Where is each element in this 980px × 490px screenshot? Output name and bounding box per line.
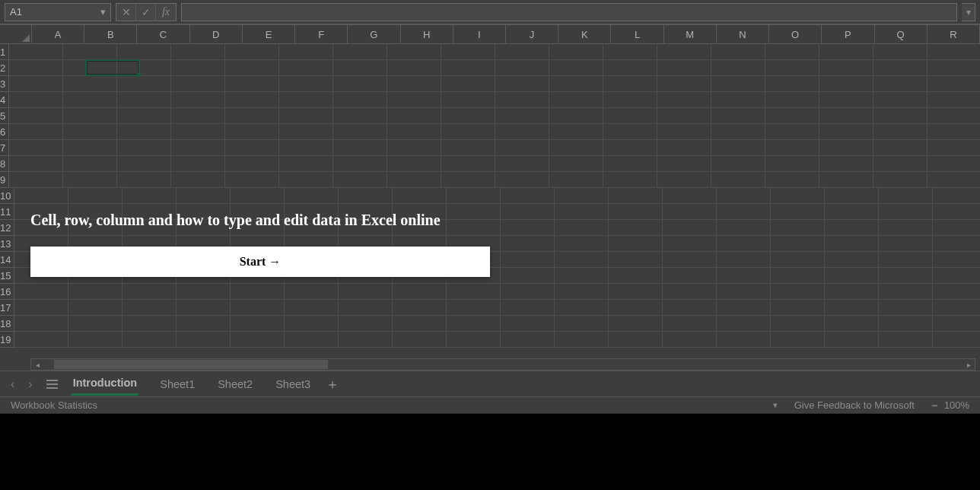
cell[interactable] — [171, 76, 225, 92]
column-header[interactable]: A — [32, 25, 84, 43]
cell[interactable] — [495, 140, 549, 156]
cell[interactable] — [555, 332, 609, 348]
cell[interactable] — [177, 188, 231, 204]
cell[interactable] — [819, 172, 873, 188]
cell[interactable] — [441, 124, 495, 140]
cell[interactable] — [825, 332, 879, 348]
cell[interactable] — [387, 108, 441, 124]
cell[interactable] — [657, 108, 711, 124]
cell[interactable] — [663, 204, 717, 220]
cell[interactable] — [117, 108, 171, 124]
cell[interactable] — [441, 108, 495, 124]
cell[interactable] — [549, 140, 603, 156]
column-header[interactable]: D — [190, 25, 243, 43]
cell[interactable] — [711, 140, 765, 156]
cell[interactable] — [333, 108, 387, 124]
scroll-left-icon[interactable]: ◂ — [31, 359, 43, 370]
cell[interactable] — [63, 92, 117, 108]
cell[interactable] — [555, 300, 609, 316]
cell[interactable] — [603, 140, 657, 156]
cell[interactable] — [501, 284, 555, 300]
cell[interactable] — [333, 124, 387, 140]
cell[interactable] — [933, 268, 980, 284]
cell[interactable] — [771, 332, 825, 348]
cell[interactable] — [717, 316, 771, 332]
row-header[interactable]: 12 — [0, 220, 14, 236]
cell[interactable] — [609, 188, 663, 204]
cell[interactable] — [177, 284, 231, 300]
column-header[interactable]: G — [348, 25, 400, 43]
cell[interactable] — [393, 300, 447, 316]
cell[interactable] — [285, 300, 339, 316]
cell[interactable] — [819, 124, 873, 140]
zoom-level[interactable]: 100% — [944, 399, 969, 411]
cell[interactable] — [928, 124, 980, 140]
sheet-nav-next-icon[interactable]: › — [28, 377, 32, 391]
cell[interactable] — [393, 188, 447, 204]
cell[interactable] — [231, 332, 285, 348]
cell[interactable] — [501, 268, 555, 284]
cell[interactable] — [225, 172, 279, 188]
cell[interactable] — [819, 108, 873, 124]
cell[interactable] — [717, 220, 771, 236]
cell[interactable] — [231, 188, 285, 204]
cell[interactable] — [333, 156, 387, 172]
cell[interactable] — [285, 284, 339, 300]
cell[interactable] — [225, 108, 279, 124]
row-header[interactable]: 17 — [0, 300, 14, 316]
cell[interactable] — [117, 124, 171, 140]
cell[interactable] — [819, 60, 873, 76]
cell[interactable] — [933, 316, 980, 332]
feedback-link[interactable]: Give Feedback to Microsoft — [794, 399, 915, 411]
cell[interactable] — [171, 44, 225, 60]
cell[interactable] — [609, 284, 663, 300]
scroll-track[interactable] — [43, 359, 963, 370]
cell[interactable] — [495, 76, 549, 92]
cell[interactable] — [285, 316, 339, 332]
horizontal-scrollbar[interactable]: ◂ ▸ — [30, 358, 975, 371]
cell[interactable] — [879, 316, 933, 332]
cell[interactable] — [609, 300, 663, 316]
cell[interactable] — [279, 124, 333, 140]
cell[interactable] — [63, 60, 117, 76]
cell[interactable] — [123, 332, 177, 348]
sheet-tab[interactable]: Sheet3 — [274, 374, 312, 395]
cell[interactable] — [333, 140, 387, 156]
sheet-nav-prev-icon[interactable]: ‹ — [11, 377, 14, 391]
cell[interactable] — [555, 236, 609, 252]
row-header[interactable]: 4 — [0, 92, 9, 108]
cell[interactable] — [933, 236, 980, 252]
cell[interactable] — [171, 172, 225, 188]
column-header[interactable]: J — [506, 25, 558, 43]
cancel-formula-icon[interactable]: ✕ — [116, 4, 136, 21]
cell[interactable] — [279, 76, 333, 92]
cell[interactable] — [711, 156, 765, 172]
cell[interactable] — [68, 332, 123, 348]
cell[interactable] — [663, 220, 717, 236]
cell[interactable] — [9, 76, 63, 92]
cell[interactable] — [555, 316, 609, 332]
cell[interactable] — [393, 316, 447, 332]
column-header[interactable]: N — [717, 25, 769, 43]
cell[interactable] — [441, 156, 495, 172]
cell[interactable] — [447, 284, 501, 300]
cell[interactable] — [387, 156, 441, 172]
cell[interactable] — [657, 172, 711, 188]
cell[interactable] — [447, 332, 501, 348]
cell[interactable] — [549, 156, 603, 172]
row-header[interactable]: 14 — [0, 252, 14, 268]
zoom-out-icon[interactable]: − — [931, 399, 938, 412]
cell[interactable] — [14, 316, 68, 332]
cell[interactable] — [609, 252, 663, 268]
cell[interactable] — [717, 252, 771, 268]
cell[interactable] — [441, 140, 495, 156]
cell[interactable] — [879, 204, 933, 220]
cell[interactable] — [68, 284, 123, 300]
all-sheets-icon[interactable] — [46, 377, 58, 391]
cell[interactable] — [117, 76, 171, 92]
cell[interactable] — [603, 108, 657, 124]
cell[interactable] — [495, 156, 549, 172]
cell[interactable] — [657, 140, 711, 156]
cell[interactable] — [933, 284, 980, 300]
column-header[interactable]: E — [243, 25, 295, 43]
